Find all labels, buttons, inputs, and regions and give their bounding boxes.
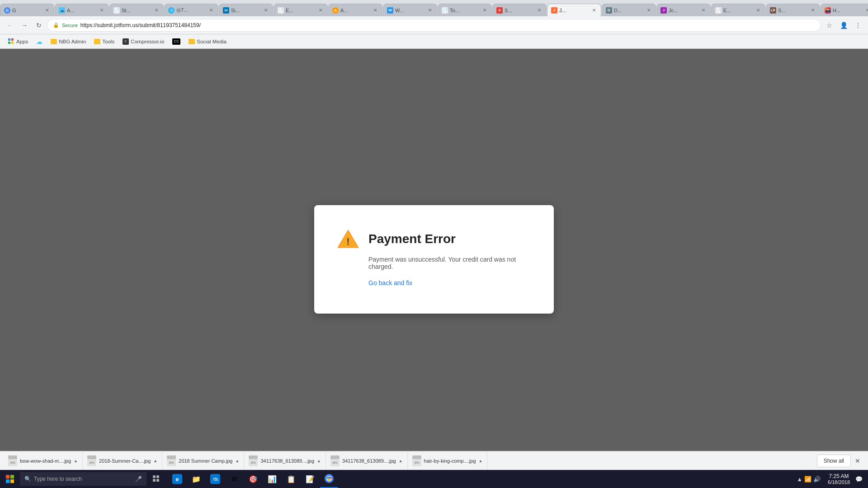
tab-close[interactable]: ✕ <box>44 7 50 14</box>
tab-14[interactable]: 📄 E... ✕ <box>711 4 765 16</box>
tab-9-title: To... <box>450 8 480 13</box>
tab-close-6[interactable]: ✕ <box>317 7 324 14</box>
download-item-6[interactable]: JPG hair-by-king-comp....jpg ▲ <box>408 451 488 470</box>
download-name-5: 34117638_613089....jpg <box>342 458 396 464</box>
download-item-3[interactable]: JPG 2018 Summer Camp.jpg ▲ <box>162 451 244 470</box>
tab-instagram[interactable]: 📷 H... ✕ <box>821 4 868 16</box>
network-icon[interactable]: 📶 <box>804 476 811 483</box>
start-button[interactable] <box>0 470 20 488</box>
download-chevron-6[interactable]: ▲ <box>479 459 483 463</box>
taskbar-store[interactable]: 🛍 <box>206 470 224 488</box>
tab-close-3[interactable]: ✕ <box>153 7 160 14</box>
tab-13[interactable]: J Jc... ✕ <box>656 4 711 16</box>
bookmark-compressor[interactable]: C Compressor.io <box>119 37 168 47</box>
address-bar[interactable]: 🔒 Secure https://submit.jotform.us/submi… <box>47 19 821 32</box>
task-view-button[interactable] <box>146 470 166 488</box>
taskbar-explorer[interactable]: 📁 <box>187 470 205 488</box>
tab-10[interactable]: S S... ✕ <box>492 4 547 16</box>
download-file-icon-3: JPG <box>167 455 176 466</box>
tab-close-9[interactable]: ✕ <box>481 7 488 14</box>
svg-rect-10 <box>87 455 96 459</box>
tab-close-2[interactable]: ✕ <box>99 7 105 14</box>
download-chevron-2[interactable]: ▲ <box>153 459 157 463</box>
tray-up-arrow[interactable]: ▲ <box>797 476 802 483</box>
secure-icon: 🔒 <box>53 22 59 28</box>
svg-rect-2 <box>8 42 10 44</box>
download-item-1[interactable]: JPG bow-wow-shad-m....jpg ▲ <box>4 451 83 470</box>
svg-rect-1 <box>11 38 14 41</box>
download-name-3: 2018 Summer Camp.jpg <box>179 458 232 464</box>
microphone-icon: 🎤 <box>135 476 142 482</box>
tab-6[interactable]: 📄 E... ✕ <box>274 4 328 16</box>
error-subtitle: Payment was unsuccessful. Your credit ca… <box>368 256 527 270</box>
search-placeholder: Type here to search <box>34 476 82 482</box>
bookmark-apps[interactable]: Apps <box>5 37 32 47</box>
bookmark-cloud[interactable]: ☁ <box>33 37 46 47</box>
taskbar-app6[interactable]: 📊 <box>263 470 281 488</box>
tab-close-16[interactable]: ✕ <box>864 7 868 14</box>
tab-3[interactable]: 📄 St... ✕ <box>109 4 164 16</box>
tab-9[interactable]: 📄 To... ✕ <box>438 4 492 16</box>
tab-close-4[interactable]: ✕ <box>208 7 214 14</box>
download-chevron-5[interactable]: ▲ <box>399 459 403 463</box>
tab-15[interactable]: LR S... ✕ <box>766 4 820 16</box>
download-item-4[interactable]: JPG 34117638_613089....jpg ▲ <box>244 451 326 470</box>
taskbar-app5[interactable]: 🎯 <box>244 470 262 488</box>
tab-close-12[interactable]: ✕ <box>646 7 652 14</box>
tab-instagram-title: H... <box>833 8 863 13</box>
cc-icon: CC <box>172 38 180 45</box>
tab-7[interactable]: A A... ✕ <box>328 4 382 16</box>
download-chevron-1[interactable]: ▲ <box>74 459 78 463</box>
tab-3-title: St... <box>122 8 151 13</box>
taskbar-app7[interactable]: 📋 <box>282 470 300 488</box>
downloads-close-button[interactable]: ✕ <box>851 454 864 468</box>
bookmark-nbgadmin[interactable]: NBG Admin <box>47 37 90 46</box>
bookmark-social-media[interactable]: Social Media <box>185 37 230 46</box>
tab-2[interactable]: ☁ A... ✕ <box>55 4 109 16</box>
taskbar-mail[interactable]: ✉ <box>225 470 243 488</box>
go-back-link[interactable]: Go back and fix <box>368 279 527 286</box>
tab-4[interactable]: ◎ ◎7... ✕ <box>164 4 218 16</box>
taskbar-chrome[interactable] <box>320 470 338 488</box>
tab-7-title: A... <box>340 8 370 13</box>
compressor-favicon: C <box>123 38 129 45</box>
tab-8[interactable]: W W... ✕ <box>383 4 437 16</box>
tab-close-13[interactable]: ✕ <box>700 7 707 14</box>
tab-close-8[interactable]: ✕ <box>427 7 433 14</box>
tab-close-11[interactable]: ✕ <box>591 7 597 14</box>
download-chevron-3[interactable]: ▲ <box>236 459 240 463</box>
tab-linkedin[interactable]: in Si... ✕ <box>219 4 273 16</box>
taskbar-right: ▲ 📶 🔊 7:25 AM 6/18/2018 💬 <box>793 470 868 488</box>
tab-close-14[interactable]: ✕ <box>755 7 761 14</box>
reload-button[interactable]: ↻ <box>33 19 45 32</box>
download-file-icon-5: JPG <box>330 455 340 466</box>
compressor-label: Compressor.io <box>131 39 164 44</box>
account-button[interactable]: 👤 <box>837 19 850 32</box>
taskbar-edge[interactable]: e <box>168 470 186 488</box>
tab-google[interactable]: G G ✕ <box>0 4 54 16</box>
notification-button[interactable]: 💬 <box>854 470 864 488</box>
tab-close-15[interactable]: ✕ <box>810 7 816 14</box>
tab-12[interactable]: D D... ✕ <box>602 4 656 16</box>
tab-12-title: D... <box>614 8 644 13</box>
bookmark-tools[interactable]: Tools <box>90 37 118 46</box>
tab-close-10[interactable]: ✕ <box>536 7 542 14</box>
back-button[interactable]: ← <box>4 19 16 32</box>
taskbar-app8[interactable]: 📝 <box>301 470 319 488</box>
show-all-button[interactable]: Show all <box>817 455 851 467</box>
tab-close-7[interactable]: ✕ <box>372 7 378 14</box>
bookmark-cc[interactable]: CC <box>169 37 184 47</box>
tab-close-5[interactable]: ✕ <box>263 7 269 14</box>
download-item-2[interactable]: JPG 2018-Summer-Ca....jpg ▲ <box>83 451 162 470</box>
taskbar-clock[interactable]: 7:25 AM 6/18/2018 <box>824 473 854 485</box>
tab-jotform[interactable]: J J... ✕ <box>547 4 601 16</box>
forward-button[interactable]: → <box>18 19 31 32</box>
volume-icon[interactable]: 🔊 <box>813 476 821 483</box>
taskbar-search[interactable]: 🔍 Type here to search 🎤 <box>20 472 146 486</box>
download-item-5[interactable]: JPG 34117638_613089....jpg ▲ <box>326 451 408 470</box>
menu-button[interactable]: ⋮ <box>852 19 864 32</box>
download-name-2: 2018-Summer-Ca....jpg <box>99 458 151 464</box>
download-chevron-4[interactable]: ▲ <box>317 459 321 463</box>
bookmark-star-button[interactable]: ☆ <box>823 19 835 32</box>
tab-15-title: S... <box>778 8 808 13</box>
